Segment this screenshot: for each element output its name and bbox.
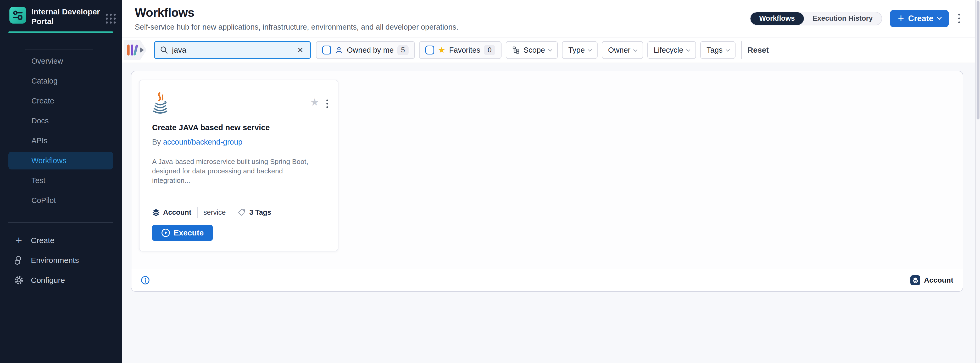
- scope-label: Scope: [523, 46, 545, 54]
- header-actions: Workflows Execution History + Create: [750, 10, 962, 27]
- owner-dropdown[interactable]: Owner: [602, 41, 643, 59]
- hierarchy-icon: [512, 46, 520, 54]
- brand-title: Internal Developer Portal: [32, 7, 104, 26]
- card-description: A Java-based microservice built using Sp…: [152, 157, 320, 185]
- star-icon: ★: [438, 46, 445, 54]
- favorites-count-badge: 0: [484, 45, 495, 55]
- sidebar-item-workflows[interactable]: Workflows: [8, 152, 113, 169]
- sidebar-item-create-bottom[interactable]: + Create: [0, 231, 122, 250]
- sidebar-item-copilot[interactable]: CoPilot: [0, 191, 122, 209]
- owned-by-me-checkbox[interactable]: [322, 46, 331, 54]
- reset-filters-button[interactable]: Reset: [748, 46, 769, 54]
- bottom-item-label: Environments: [31, 256, 79, 265]
- sidebar-divider: [25, 49, 93, 50]
- favorite-star-icon[interactable]: ★: [310, 97, 319, 107]
- create-button[interactable]: + Create: [890, 10, 949, 27]
- meta-divider: [197, 207, 197, 218]
- type-label: Type: [568, 46, 585, 54]
- view-toggle: Workflows Execution History: [750, 12, 882, 25]
- header-kebab-menu[interactable]: [957, 12, 962, 25]
- sidebar-item-test[interactable]: Test: [0, 172, 122, 189]
- expand-arrow-icon: [140, 47, 144, 53]
- owned-count-badge: 5: [397, 45, 409, 55]
- workflow-card[interactable]: ★ Create JAVA based new service By accou…: [139, 80, 339, 252]
- clear-search-icon[interactable]: ✕: [296, 46, 305, 54]
- plus-icon: +: [14, 235, 24, 246]
- account-label: Account: [924, 276, 953, 285]
- scope-dropdown[interactable]: Scope: [506, 41, 558, 59]
- tags-dropdown[interactable]: Tags: [700, 41, 735, 59]
- owner-label: Owner: [608, 46, 630, 54]
- favorites-checkbox[interactable]: [425, 46, 434, 54]
- library-stripes-icon[interactable]: [124, 40, 146, 60]
- favorites-filter[interactable]: ★ Favorites 0: [419, 41, 501, 59]
- owner-group-link[interactable]: account/backend-group: [163, 138, 242, 146]
- gear-icon: [14, 275, 24, 285]
- sidebar-item-catalog[interactable]: Catalog: [0, 72, 122, 90]
- card-title: Create JAVA based new service: [152, 123, 326, 132]
- sidebar-item-overview[interactable]: Overview: [0, 52, 122, 70]
- workflows-panel: ★ Create JAVA based new service By accou…: [131, 71, 963, 292]
- sidebar-item-configure[interactable]: Configure: [0, 270, 122, 290]
- page-header: Workflows Self-service hub for new appli…: [122, 0, 980, 37]
- layers-icon: [152, 208, 160, 217]
- type-value: service: [204, 209, 226, 217]
- tags-count-label: 3 Tags: [250, 209, 271, 217]
- page-scrollbar[interactable]: [975, 0, 980, 363]
- kind-label: Account: [163, 209, 191, 217]
- chevron-down-icon: [633, 48, 638, 52]
- sidebar-item-apis[interactable]: APIs: [0, 132, 122, 150]
- main-area: Workflows Self-service hub for new appli…: [122, 0, 980, 363]
- plus-icon: +: [898, 14, 904, 22]
- tag-icon: [238, 209, 246, 217]
- sidebar-bottom-divider: [8, 222, 113, 223]
- lifecycle-label: Lifecycle: [654, 46, 683, 54]
- tags-label: Tags: [706, 46, 722, 54]
- internal-developer-portal: Internal Developer Portal Overview Catal…: [0, 0, 980, 363]
- sidebar-item-create[interactable]: Create: [0, 92, 122, 110]
- chevron-down-icon: [588, 48, 592, 52]
- tab-workflows[interactable]: Workflows: [751, 12, 804, 25]
- owned-by-me-filter[interactable]: Owned by me 5: [316, 41, 415, 59]
- tab-execution-history[interactable]: Execution History: [804, 12, 882, 25]
- panel-footer: Account: [131, 269, 963, 291]
- filter-bar: ✕ Owned by me 5 ★ Favorites 0: [122, 37, 980, 63]
- content-area: ★ Create JAVA based new service By accou…: [122, 63, 980, 363]
- page-header-text: Workflows Self-service hub for new appli…: [135, 5, 458, 32]
- info-icon[interactable]: [141, 276, 150, 285]
- page-title: Workflows: [135, 5, 458, 20]
- chevron-down-icon: [686, 48, 690, 52]
- apps-grid-icon[interactable]: [106, 14, 116, 24]
- sidebar-nav: Overview Catalog Create Docs APIs Workfl…: [0, 52, 122, 211]
- sidebar-item-environments[interactable]: Environments: [0, 250, 122, 270]
- play-circle-icon: [161, 228, 170, 237]
- execute-button[interactable]: Execute: [152, 225, 213, 241]
- search-input[interactable]: [172, 46, 296, 54]
- account-badge[interactable]: Account: [910, 275, 953, 285]
- account-layers-icon: [910, 275, 920, 285]
- search-icon: [160, 46, 168, 54]
- person-icon: [335, 46, 343, 54]
- scrollbar-thumb[interactable]: [977, 1, 980, 119]
- bottom-item-label: Create: [31, 236, 54, 245]
- lifecycle-dropdown[interactable]: Lifecycle: [648, 41, 696, 59]
- sidebar-bottom-nav: + Create Environments: [0, 231, 122, 290]
- create-button-label: Create: [908, 14, 934, 23]
- sidebar: Internal Developer Portal Overview Catal…: [0, 0, 122, 363]
- execute-button-label: Execute: [173, 228, 204, 237]
- brand-logo-icon: [10, 7, 26, 24]
- favorites-label: Favorites: [449, 46, 480, 54]
- workflows-grid: ★ Create JAVA based new service By accou…: [131, 71, 963, 269]
- by-prefix: By: [152, 138, 161, 146]
- filter-divider: [741, 41, 742, 59]
- type-dropdown[interactable]: Type: [562, 41, 598, 59]
- sidebar-accent-bar: [8, 32, 113, 33]
- sidebar-item-docs[interactable]: Docs: [0, 112, 122, 130]
- card-kebab-menu[interactable]: [325, 99, 329, 109]
- owned-by-me-label: Owned by me: [347, 46, 394, 54]
- meta-divider: [232, 207, 232, 218]
- card-meta-row: Account service 3 Tags: [152, 207, 326, 218]
- card-byline: By account/backend-group: [152, 138, 326, 146]
- search-box: ✕: [154, 41, 311, 59]
- chevron-down-icon: [725, 48, 730, 52]
